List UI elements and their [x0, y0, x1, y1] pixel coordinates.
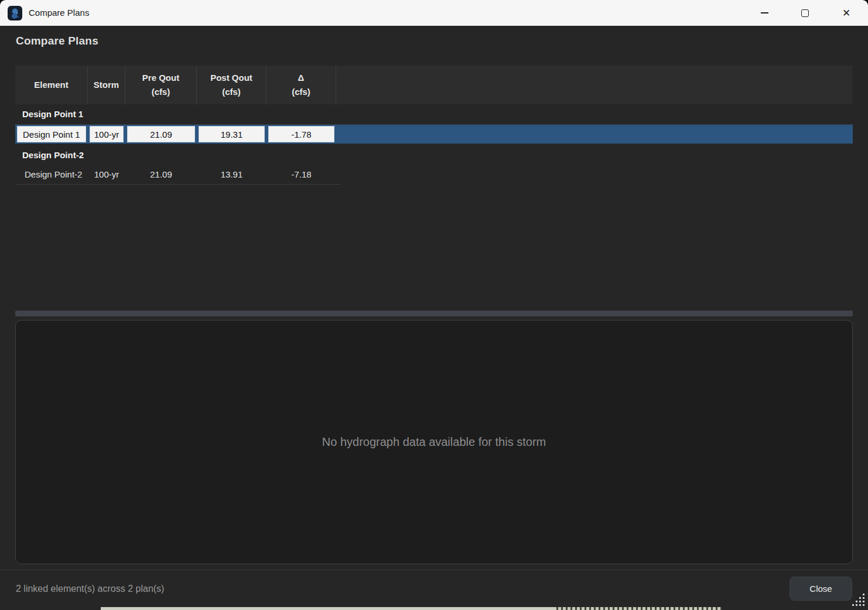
minimize-icon [761, 12, 768, 13]
compare-table: Element Storm Pre Qout (cfs) Post Qout (… [15, 66, 853, 184]
window-title: Compare Plans [29, 0, 89, 26]
column-header-unit: (cfs) [292, 85, 310, 99]
column-header-filler [336, 66, 853, 104]
cell-post-qout[interactable]: 19.31 [199, 126, 265, 142]
horizontal-scrollbar[interactable] [15, 311, 853, 316]
minimize-button[interactable] [747, 0, 781, 26]
column-header-unit: (cfs) [152, 85, 170, 99]
close-window-button[interactable]: ✕ [829, 0, 863, 26]
cell-delta[interactable]: -7.18 [266, 165, 336, 184]
cell-storm[interactable]: 100-yr [88, 165, 125, 184]
table-row[interactable]: Design Point-2 100-yr 21.09 13.91 -7.18 [15, 165, 853, 184]
footer-divider [0, 570, 868, 570]
column-header-label: Pre Qout [142, 71, 179, 85]
row-divider [15, 184, 341, 185]
titlebar: Compare Plans ✕ [0, 0, 868, 26]
group-header-design-point-1[interactable]: Design Point 1 [15, 104, 853, 124]
no-data-message: No hydrograph data available for this st… [322, 435, 546, 449]
table-header-row: Element Storm Pre Qout (cfs) Post Qout (… [15, 66, 853, 104]
compare-plans-window: Compare Plans ✕ Compare Plans Element St… [0, 0, 868, 610]
column-header-post-qout[interactable]: Post Qout (cfs) [197, 66, 266, 104]
column-header-label: Post Qout [210, 71, 252, 85]
table-row-selected[interactable]: Design Point 1 100-yr 21.09 19.31 -1.78 [15, 124, 853, 144]
column-header-pre-qout[interactable]: Pre Qout (cfs) [125, 66, 197, 104]
cell-post-qout[interactable]: 13.91 [197, 165, 266, 184]
column-header-storm[interactable]: Storm [88, 66, 125, 104]
column-header-unit: (cfs) [222, 85, 241, 99]
maximize-icon [801, 9, 809, 17]
hydrograph-panel: No hydrograph data available for this st… [15, 320, 853, 564]
page-title: Compare Plans [16, 35, 98, 47]
close-icon: ✕ [842, 7, 850, 19]
background-window-sliver [101, 607, 556, 610]
status-text: 2 linked element(s) across 2 plan(s) [16, 584, 164, 594]
cell-element[interactable]: Design Point-2 [15, 165, 88, 184]
column-header-element[interactable]: Element [15, 66, 88, 104]
cell-delta[interactable]: -1.78 [268, 126, 334, 142]
resize-grip-icon[interactable] [850, 592, 866, 608]
column-header-label: Storm [94, 78, 119, 92]
cell-element[interactable]: Design Point 1 [17, 126, 86, 142]
cell-pre-qout[interactable]: 21.09 [127, 126, 195, 142]
group-header-design-point-2[interactable]: Design Point-2 [15, 144, 853, 165]
column-header-label: Element [34, 78, 68, 92]
column-header-label: Δ [298, 71, 305, 85]
maximize-button[interactable] [788, 0, 822, 26]
close-button[interactable]: Close [790, 577, 852, 601]
background-window-sliver [556, 607, 722, 610]
column-header-delta[interactable]: Δ (cfs) [266, 66, 336, 104]
app-icon [8, 6, 22, 21]
cell-pre-qout[interactable]: 21.09 [125, 165, 197, 184]
cell-storm[interactable]: 100-yr [90, 126, 124, 142]
